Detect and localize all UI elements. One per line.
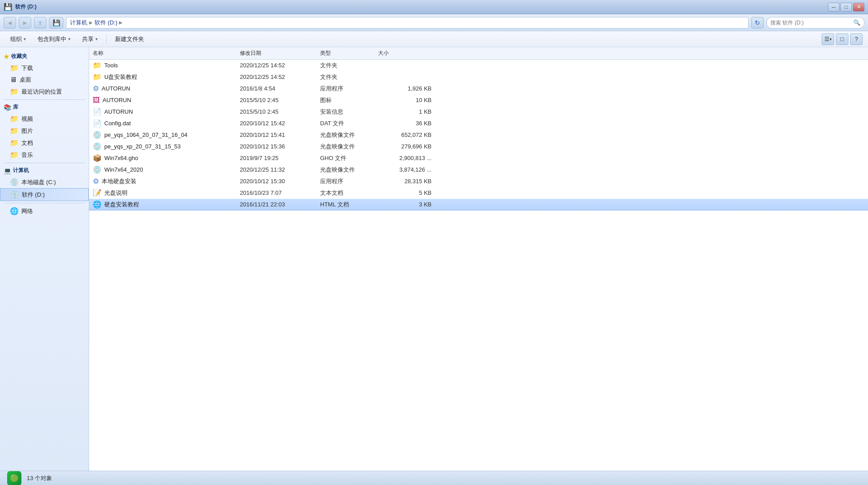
file-size: 652,072 KB	[378, 132, 432, 138]
col-header-size[interactable]: 大小	[378, 49, 432, 57]
titlebar-controls: ─ □ ✕	[828, 3, 864, 12]
table-row[interactable]: 🌐 硬盘安装教程 2016/11/21 22:03 HTML 文档 3 KB	[89, 199, 868, 210]
search-input[interactable]	[770, 20, 852, 26]
col-header-modified[interactable]: 修改日期	[240, 49, 320, 57]
sidebar-item-recent[interactable]: 📁 最近访问的位置	[0, 86, 89, 98]
organize-button[interactable]: 组织 ▾	[5, 33, 31, 45]
search-box[interactable]: 🔍	[766, 17, 864, 29]
file-name: ⚙ 本地硬盘安装	[93, 177, 240, 185]
col-header-type[interactable]: 类型	[320, 49, 378, 57]
table-row[interactable]: ⚙ 本地硬盘安装 2020/10/12 15:30 应用程序 28,315 KB	[89, 176, 868, 187]
file-name: 📦 Win7x64.gho	[93, 154, 240, 162]
file-type-icon: 📄	[93, 107, 102, 116]
file-size: 36 KB	[378, 120, 432, 127]
status-count: 13 个对象	[27, 474, 52, 482]
file-modified: 2020/10/12 15:30	[240, 178, 320, 185]
sidebar-item-document[interactable]: 📁 文档	[0, 137, 89, 149]
view-toggle-button[interactable]: ☰ ▾	[822, 33, 834, 45]
preview-icon: □	[840, 36, 844, 42]
include-library-button[interactable]: 包含到库中 ▾	[33, 33, 75, 45]
refresh-button[interactable]: ↻	[751, 17, 764, 29]
sidebar-favorites-section: ★ 收藏夹 📁 下载 🖥 桌面 📁 最近访问的位置	[0, 51, 89, 98]
sidebar-computer-header[interactable]: 💻 计算机	[0, 165, 89, 176]
forward-button[interactable]: ►	[19, 17, 31, 29]
view-dropdown-arrow: ▾	[830, 37, 832, 41]
table-row[interactable]: 📄 Config.dat 2020/10/12 15:42 DAT 文件 36 …	[89, 118, 868, 129]
search-icon[interactable]: 🔍	[853, 19, 860, 26]
table-row[interactable]: 🖼 AUTORUN 2015/5/10 2:45 图标 10 KB	[89, 95, 868, 106]
file-size: 279,696 KB	[378, 143, 432, 150]
addressbar: ◄ ► ↑ 💾 计算机 ▶ 软件 (D:) ▶ ↻ 🔍	[0, 14, 868, 31]
desktop-icon: 🖥	[10, 76, 17, 84]
sidebar-favorites-header[interactable]: ★ 收藏夹	[0, 51, 89, 62]
file-type: 光盘映像文件	[320, 143, 378, 151]
new-folder-button[interactable]: 新建文件夹	[110, 33, 149, 45]
file-name: 📄 Config.dat	[93, 119, 240, 127]
sidebar-item-network[interactable]: 🌐 网络	[0, 205, 89, 217]
file-modified: 2020/10/12 15:36	[240, 143, 320, 150]
table-row[interactable]: 💿 Win7x64_2020 2020/12/25 11:32 光盘映像文件 3…	[89, 164, 868, 176]
table-row[interactable]: ⚙ AUTORUN 2016/1/8 4:54 应用程序 1,926 KB	[89, 83, 868, 95]
sidebar-item-picture[interactable]: 📁 图片	[0, 125, 89, 137]
breadcrumb-computer[interactable]: 计算机	[70, 19, 87, 27]
up-button[interactable]: ↑	[34, 17, 46, 29]
help-button[interactable]: ?	[850, 33, 863, 45]
file-name: 💿 Win7x64_2020	[93, 165, 240, 174]
table-row[interactable]: 💿 pe_yqs_1064_20_07_31_16_04 2020/10/12 …	[89, 129, 868, 141]
document-icon: 📁	[10, 139, 19, 147]
sidebar-item-desktop[interactable]: 🖥 桌面	[0, 74, 89, 86]
file-list: 📁 Tools 2020/12/25 14:52 文件夹 📁 U盘安装教程 20…	[89, 60, 868, 210]
file-modified: 2016/11/21 22:03	[240, 201, 320, 208]
library-dropdown-arrow: ▾	[68, 37, 70, 41]
file-type-icon: 💿	[93, 142, 102, 151]
sidebar-item-music[interactable]: 📁 音乐	[0, 149, 89, 161]
sidebar-computer-section: 💻 计算机 💿 本地磁盘 (C:) 💿 软件 (D:)	[0, 165, 89, 201]
toolbar-separator	[106, 34, 107, 45]
sidebar-item-download[interactable]: 📁 下载	[0, 62, 89, 74]
close-button[interactable]: ✕	[853, 3, 864, 12]
table-row[interactable]: 📦 Win7x64.gho 2019/9/7 19:25 GHO 文件 2,90…	[89, 152, 868, 164]
file-type: 文件夹	[320, 73, 378, 81]
column-headers: 名称 修改日期 类型 大小	[89, 47, 868, 60]
table-row[interactable]: 📁 U盘安装教程 2020/12/25 14:52 文件夹	[89, 71, 868, 83]
file-type-icon: 📝	[93, 189, 102, 197]
sidebar-item-video[interactable]: 📁 视频	[0, 113, 89, 125]
file-modified: 2015/5/10 2:45	[240, 108, 320, 115]
file-type: 图标	[320, 96, 378, 104]
table-row[interactable]: 📝 光盘说明 2016/10/23 7:07 文本文档 5 KB	[89, 187, 868, 199]
file-type-icon: 📁	[93, 61, 102, 70]
music-icon: 📁	[10, 151, 19, 159]
file-modified: 2020/12/25 14:52	[240, 74, 320, 80]
file-modified: 2016/1/8 4:54	[240, 85, 320, 92]
statusbar: 🟢 13 个对象	[0, 471, 868, 485]
sidebar-item-d-drive[interactable]: 💿 软件 (D:)	[0, 188, 89, 201]
file-type-icon: 🖼	[93, 96, 100, 104]
file-type: GHO 文件	[320, 154, 378, 162]
file-size: 28,315 KB	[378, 178, 432, 185]
file-modified: 2015/5/10 2:45	[240, 97, 320, 103]
file-type: 应用程序	[320, 177, 378, 185]
share-button[interactable]: 共享 ▾	[77, 33, 103, 45]
table-row[interactable]: 💿 pe_yqs_xp_20_07_31_15_53 2020/10/12 15…	[89, 141, 868, 152]
maximize-button[interactable]: □	[840, 3, 852, 12]
col-header-name[interactable]: 名称	[93, 49, 240, 57]
computer-icon: 💻	[4, 167, 11, 174]
address-path[interactable]: 计算机 ▶ 软件 (D:) ▶	[66, 17, 749, 29]
file-type: HTML 文档	[320, 201, 378, 209]
preview-pane-button[interactable]: □	[836, 33, 848, 45]
table-row[interactable]: 📄 AUTORUN 2015/5/10 2:45 安装信息 1 KB	[89, 106, 868, 118]
table-row[interactable]: 📁 Tools 2020/12/25 14:52 文件夹	[89, 60, 868, 71]
breadcrumb-drive[interactable]: 软件 (D:)	[95, 19, 117, 27]
sidebar-library-header[interactable]: 📚 库	[0, 102, 89, 113]
sidebar: ★ 收藏夹 📁 下载 🖥 桌面 📁 最近访问的位置 📚 库	[0, 47, 89, 471]
back-button[interactable]: ◄	[4, 17, 16, 29]
file-area: 名称 修改日期 类型 大小 📁 Tools 2020/12/25 14:52 文…	[89, 47, 868, 471]
address-icon[interactable]: 💾	[49, 17, 63, 29]
minimize-button[interactable]: ─	[828, 3, 839, 12]
sidebar-item-c-drive[interactable]: 💿 本地磁盘 (C:)	[0, 176, 89, 188]
file-type: 文件夹	[320, 62, 378, 70]
file-name: 💿 pe_yqs_1064_20_07_31_16_04	[93, 131, 240, 139]
star-icon: ★	[4, 53, 9, 60]
file-name: ⚙ AUTORUN	[93, 84, 240, 93]
share-dropdown-arrow: ▾	[95, 37, 98, 41]
